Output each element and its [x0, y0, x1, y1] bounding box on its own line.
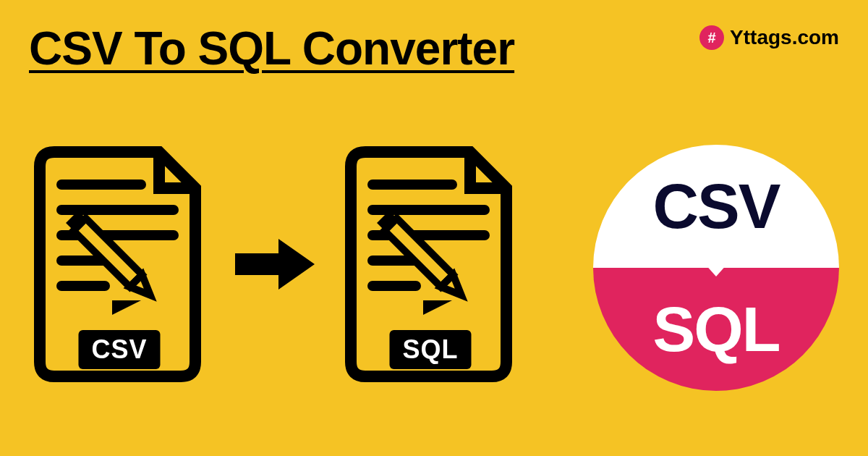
sql-label: SQL: [389, 330, 471, 369]
brand-text: Yttags.com: [730, 26, 839, 49]
brand-logo: # Yttags.com: [699, 25, 839, 50]
svg-rect-5: [74, 219, 142, 287]
arrow-right-icon: [231, 235, 318, 293]
badge-top-half: CSV: [593, 145, 839, 268]
hash-icon: #: [699, 25, 724, 50]
csv-sql-badge: CSV SQL: [593, 145, 839, 391]
page-title: CSV To SQL Converter: [29, 22, 514, 75]
badge-bottom-half: SQL: [593, 268, 839, 391]
csv-label: CSV: [78, 330, 160, 369]
chevron-down-icon: [705, 263, 728, 276]
badge-sql-text: SQL: [653, 292, 780, 366]
svg-rect-12: [385, 219, 454, 287]
conversion-illustration: CSV SQL: [29, 145, 521, 384]
badge-csv-text: CSV: [653, 169, 780, 243]
sql-document-icon: SQL: [340, 145, 521, 384]
csv-document-icon: CSV: [29, 145, 210, 384]
